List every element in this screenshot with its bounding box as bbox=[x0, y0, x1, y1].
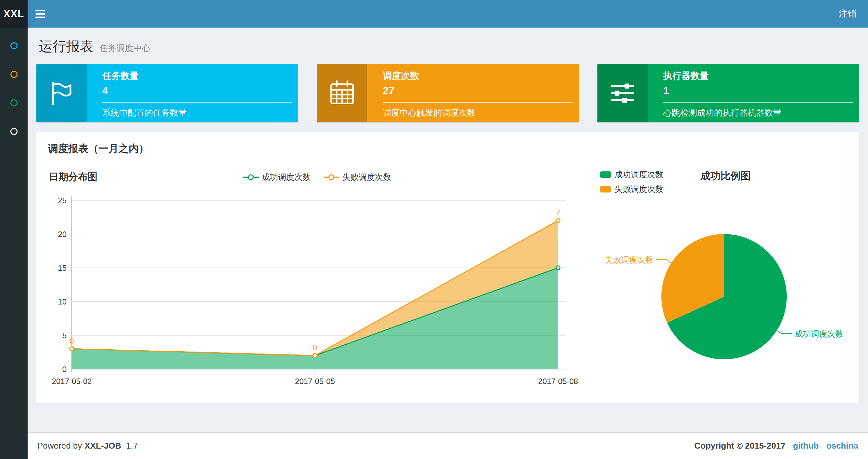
svg-text:失败调度次数: 失败调度次数 bbox=[605, 255, 654, 264]
svg-text:20: 20 bbox=[58, 230, 67, 238]
sidebar bbox=[0, 28, 28, 459]
line-chart-legend: 成功调度次数 失败调度次数 bbox=[44, 172, 590, 183]
app-logo[interactable]: XXL bbox=[0, 0, 28, 28]
report-panel: 调度报表（一月之内） 日期分布图 成功调度次数 失败 bbox=[36, 132, 859, 403]
line-marker-icon bbox=[323, 174, 339, 180]
divider bbox=[383, 102, 572, 103]
svg-text:2017-05-08: 2017-05-08 bbox=[538, 377, 578, 386]
svg-text:成功调度次数: 成功调度次数 bbox=[795, 329, 844, 338]
date-distribution-chart: 日期分布图 成功调度次数 失败调度次数 0510152 bbox=[44, 168, 590, 407]
top-navbar: XXL 注销 bbox=[0, 0, 868, 28]
svg-text:0: 0 bbox=[69, 337, 74, 346]
sidebar-item-2[interactable] bbox=[0, 60, 28, 89]
legend-item-success[interactable]: 成功调度次数 bbox=[243, 172, 311, 183]
main-content: 运行报表 任务调度中心 任务数量 4 系统中配置的任务数量 bbox=[28, 28, 868, 432]
page-subtitle: 任务调度中心 bbox=[99, 43, 150, 53]
svg-text:10: 10 bbox=[58, 297, 67, 306]
github-link[interactable]: github bbox=[793, 441, 818, 451]
stat-label: 调度次数 bbox=[383, 70, 572, 82]
page-header: 运行报表 任务调度中心 bbox=[36, 28, 859, 64]
stat-description: 心跳检测成功的执行器机器数量 bbox=[663, 107, 853, 119]
stat-value: 27 bbox=[383, 85, 572, 97]
app-logo-text: XXL bbox=[4, 8, 24, 20]
xxl-job-dashboard: XXL 注销 运行报表 任务调度中心 bbox=[0, 0, 868, 459]
stat-box-jobs: 任务数量 4 系统中配置的任务数量 bbox=[36, 64, 298, 122]
swatch-icon bbox=[600, 186, 611, 193]
stat-label: 执行器数量 bbox=[663, 70, 853, 82]
pie-legend-fail[interactable]: 失败调度次数 bbox=[600, 184, 663, 194]
stat-box-triggers: 调度次数 27 调度中心触发的调度次数 bbox=[317, 64, 579, 122]
svg-text:15: 15 bbox=[58, 264, 67, 272]
svg-text:0: 0 bbox=[62, 365, 67, 373]
svg-text:7: 7 bbox=[556, 208, 560, 217]
area-chart-canvas[interactable]: 05101520252017-05-022017-05-052017-05-08… bbox=[44, 187, 583, 401]
logout-link[interactable]: 注销 bbox=[827, 0, 868, 28]
stat-description: 系统中配置的任务数量 bbox=[102, 107, 292, 119]
success-ratio-chart: 成功调度次数 失败调度次数 成功比例图 成功调度次数失败调度次数 bbox=[600, 168, 851, 407]
pie-chart-title: 成功比例图 bbox=[701, 169, 751, 183]
stat-value: 1 bbox=[663, 85, 853, 97]
footer-powered: Powered byXXL-JOB 1.7 bbox=[37, 441, 140, 451]
svg-text:2017-05-02: 2017-05-02 bbox=[52, 377, 92, 386]
swatch-icon bbox=[600, 171, 611, 178]
calendar-icon bbox=[317, 64, 367, 122]
circle-outline-icon bbox=[10, 99, 18, 106]
circle-outline-icon bbox=[10, 71, 18, 78]
svg-text:5: 5 bbox=[62, 331, 67, 340]
charts-row: 日期分布图 成功调度次数 失败调度次数 0510152 bbox=[44, 168, 851, 407]
oschina-link[interactable]: oschina bbox=[827, 441, 858, 451]
sliders-icon bbox=[597, 64, 648, 122]
stat-box-row: 任务数量 4 系统中配置的任务数量 bbox=[36, 64, 859, 122]
footer-copyright: Copyright © 2015-2017 github oschina bbox=[694, 441, 858, 451]
legend-item-fail[interactable]: 失败调度次数 bbox=[323, 172, 391, 183]
hamburger-icon bbox=[35, 10, 45, 11]
circle-outline-icon bbox=[10, 42, 18, 50]
svg-text:2017-05-05: 2017-05-05 bbox=[295, 377, 335, 386]
svg-text:0: 0 bbox=[313, 343, 317, 352]
stat-value: 4 bbox=[102, 85, 292, 97]
sidebar-item-3[interactable] bbox=[0, 89, 28, 117]
panel-title: 调度报表（一月之内） bbox=[48, 142, 851, 156]
stat-description: 调度中心触发的调度次数 bbox=[383, 107, 572, 119]
line-marker-icon bbox=[243, 174, 258, 180]
page-title: 运行报表 bbox=[39, 39, 94, 54]
pie-legend-success[interactable]: 成功调度次数 bbox=[600, 169, 663, 180]
sidebar-item-4[interactable] bbox=[0, 117, 28, 146]
sidebar-item-1[interactable] bbox=[0, 32, 28, 60]
brand-name: XXL-JOB bbox=[85, 441, 121, 451]
stat-label: 任务数量 bbox=[102, 70, 292, 82]
circle-outline-icon bbox=[10, 128, 18, 135]
main-footer: Powered byXXL-JOB 1.7 Copyright © 2015-2… bbox=[28, 432, 868, 459]
divider bbox=[102, 102, 292, 103]
sidebar-toggle-button[interactable] bbox=[28, 0, 53, 28]
flag-icon bbox=[36, 64, 87, 122]
pie-chart-canvas[interactable]: 成功调度次数失败调度次数 bbox=[600, 198, 851, 406]
stat-box-executors: 执行器数量 1 心跳检测成功的执行器机器数量 bbox=[597, 64, 859, 122]
divider bbox=[663, 102, 853, 103]
svg-text:25: 25 bbox=[58, 196, 67, 205]
pie-chart-legend: 成功调度次数 失败调度次数 bbox=[600, 169, 663, 198]
